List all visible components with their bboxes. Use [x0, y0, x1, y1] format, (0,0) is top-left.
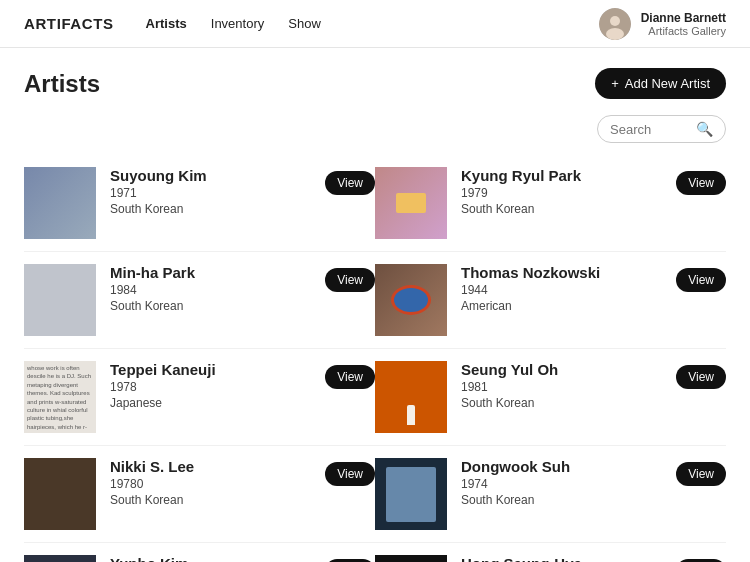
artist-card: Yunho Kim 1971 South Korean View [24, 543, 375, 562]
artist-year: 1981 [461, 380, 662, 394]
artist-nationality: South Korean [110, 299, 311, 313]
artist-name: Dongwook Suh [461, 458, 662, 475]
artist-info: Thomas Nozkowski 1944 American [461, 264, 662, 313]
artist-grid: Suyoung Kim 1971 South Korean View Kyung… [0, 155, 750, 562]
artist-card: Dongwook Suh 1974 South Korean View [375, 446, 726, 543]
artist-info: Min-ha Park 1984 South Korean [110, 264, 311, 313]
svg-point-1 [610, 16, 620, 26]
artist-info: Hong Seung-Hye 1959 South Korean [461, 555, 662, 562]
page-title: Artists [24, 70, 100, 98]
artist-info: Nikki S. Lee 19780 South Korean [110, 458, 311, 507]
artist-info: Seung Yul Oh 1981 South Korean [461, 361, 662, 410]
artist-name: Nikki S. Lee [110, 458, 311, 475]
artist-year: 19780 [110, 477, 311, 491]
artist-thumbnail [375, 361, 447, 433]
artist-view-button[interactable]: View [676, 171, 726, 195]
artist-year: 1944 [461, 283, 662, 297]
add-icon: + [611, 76, 619, 91]
navbar-right: Dianne Barnett Artifacts Gallery [599, 8, 726, 40]
artist-info: Dongwook Suh 1974 South Korean [461, 458, 662, 507]
artist-name: Min-ha Park [110, 264, 311, 281]
artist-nationality: South Korean [110, 493, 311, 507]
artist-card: Thomas Nozkowski 1944 American View [375, 252, 726, 349]
artist-name: Teppei Kaneuji [110, 361, 311, 378]
artist-nationality: South Korean [461, 202, 662, 216]
search-input[interactable] [610, 122, 690, 137]
artist-nationality: South Korean [110, 202, 311, 216]
nav-show[interactable]: Show [288, 16, 321, 31]
artist-view-button[interactable]: View [325, 462, 375, 486]
artist-thumbnail [24, 458, 96, 530]
add-new-artist-button[interactable]: + Add New Artist [595, 68, 726, 99]
artist-name: Seung Yul Oh [461, 361, 662, 378]
artist-year: 1979 [461, 186, 662, 200]
artist-card: Suyoung Kim 1971 South Korean View [24, 155, 375, 252]
page-header: Artists + Add New Artist [0, 48, 750, 111]
brand-logo: ARTIFACTS [24, 15, 114, 32]
search-bar: 🔍 [0, 111, 750, 155]
artist-name: Thomas Nozkowski [461, 264, 662, 281]
add-button-label: Add New Artist [625, 76, 710, 91]
artist-name: Yunho Kim [110, 555, 311, 562]
artist-info: Teppei Kaneuji 1978 Japanese [110, 361, 311, 410]
artist-card: Min-ha Park 1984 South Korean View [24, 252, 375, 349]
artist-thumbnail [375, 167, 447, 239]
user-info: Dianne Barnett Artifacts Gallery [641, 11, 726, 37]
search-input-wrap[interactable]: 🔍 [597, 115, 726, 143]
user-name: Dianne Barnett [641, 11, 726, 25]
artist-year: 1984 [110, 283, 311, 297]
artist-view-button[interactable]: View [676, 365, 726, 389]
artist-thumbnail [375, 555, 447, 562]
artist-view-button[interactable]: View [325, 171, 375, 195]
navbar: ARTIFACTS Artists Inventory Show Dianne … [0, 0, 750, 48]
artist-name: Suyoung Kim [110, 167, 311, 184]
artist-year: 1978 [110, 380, 311, 394]
artist-name: Hong Seung-Hye [461, 555, 662, 562]
artist-thumbnail [24, 264, 96, 336]
artist-card: Hong Seung-Hye 1959 South Korean View [375, 543, 726, 562]
artist-thumbnail [24, 555, 96, 562]
artist-card: whose work is often desc­ile he is a DJ.… [24, 349, 375, 446]
artist-info: Yunho Kim 1971 South Korean [110, 555, 311, 562]
artist-view-button[interactable]: View [325, 365, 375, 389]
artist-thumbnail [24, 167, 96, 239]
artist-card: Kyung Ryul Park 1979 South Korean View [375, 155, 726, 252]
nav-artists[interactable]: Artists [146, 16, 187, 31]
avatar [599, 8, 631, 40]
search-icon: 🔍 [696, 121, 713, 137]
svg-point-2 [606, 28, 624, 40]
nav-links: Artists Inventory Show [146, 16, 321, 31]
nav-inventory[interactable]: Inventory [211, 16, 264, 31]
artist-thumbnail [375, 264, 447, 336]
artist-card: Seung Yul Oh 1981 South Korean View [375, 349, 726, 446]
artist-nationality: South Korean [461, 396, 662, 410]
artist-nationality: Japanese [110, 396, 311, 410]
artist-nationality: American [461, 299, 662, 313]
artist-view-button[interactable]: View [676, 462, 726, 486]
artist-nationality: South Korean [461, 493, 662, 507]
artist-view-button[interactable]: View [325, 268, 375, 292]
artist-thumbnail: whose work is often desc­ile he is a DJ.… [24, 361, 96, 433]
artist-info: Kyung Ryul Park 1979 South Korean [461, 167, 662, 216]
artist-info: Suyoung Kim 1971 South Korean [110, 167, 311, 216]
artist-year: 1971 [110, 186, 311, 200]
artist-name: Kyung Ryul Park [461, 167, 662, 184]
artist-view-button[interactable]: View [676, 268, 726, 292]
artist-thumbnail [375, 458, 447, 530]
artist-year: 1974 [461, 477, 662, 491]
user-subtitle: Artifacts Gallery [641, 25, 726, 37]
artist-card: Nikki S. Lee 19780 South Korean View [24, 446, 375, 543]
